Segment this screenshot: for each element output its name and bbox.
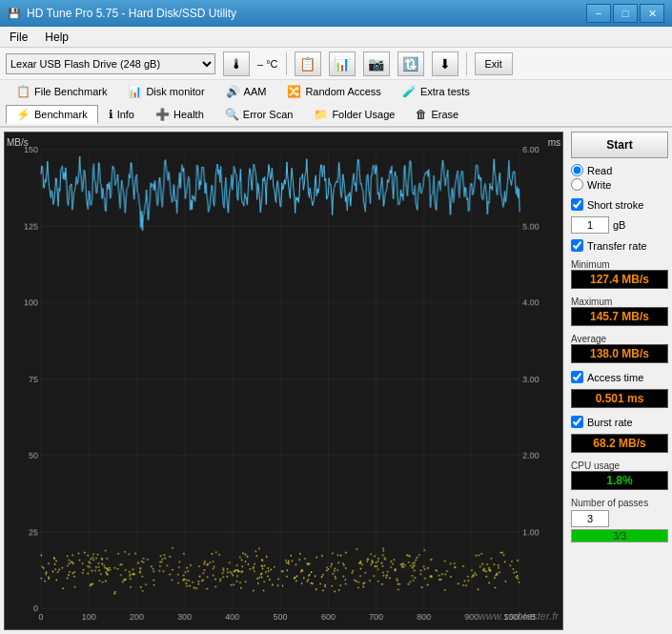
maximum-label: Maximum: [571, 297, 668, 307]
burst-rate-value: 68.2 MB/s: [571, 434, 668, 453]
tab-row-1: 📋 File Benchmark 📊 Disk monitor 🔊 AAM 🔀 …: [0, 80, 672, 103]
access-time-label: Access time: [587, 372, 643, 383]
tab-disk-monitor[interactable]: 📊 Disk monitor: [117, 82, 214, 101]
maximum-value: 145.7 MB/s: [571, 307, 668, 326]
icon-btn-1[interactable]: 📋: [295, 51, 321, 76]
tab-random-access-label: Random Access: [305, 86, 380, 97]
maximum-section: Maximum 145.7 MB/s: [571, 295, 668, 326]
burst-rate-row: Burst rate: [571, 416, 668, 428]
tab-erase[interactable]: 🗑 Erase: [405, 105, 469, 124]
short-stroke-label: Short stroke: [587, 199, 643, 211]
tab-folder-usage[interactable]: 📁 Folder Usage: [303, 105, 405, 124]
minimum-section: Minimum 127.4 MB/s: [571, 257, 668, 289]
tab-aam[interactable]: 🔊 AAM: [215, 82, 277, 101]
tab-extra-tests[interactable]: 🧪 Extra tests: [392, 82, 480, 101]
erase-icon: 🗑: [416, 108, 427, 121]
read-write-group: Read Write: [571, 164, 668, 191]
tabs-container: 📋 File Benchmark 📊 Disk monitor 🔊 AAM 🔀 …: [0, 80, 672, 128]
tab-benchmark[interactable]: ⚡ Benchmark: [6, 105, 98, 124]
tab-error-scan[interactable]: 🔍 Error Scan: [214, 105, 304, 124]
average-value: 138.0 MB/s: [571, 344, 668, 363]
folder-usage-icon: 📁: [314, 108, 328, 121]
watermark: www.ssd-tester.fr: [479, 610, 559, 622]
app-icon: 💾: [8, 8, 21, 20]
passes-progress-text: 3/3: [572, 530, 667, 542]
tab-health[interactable]: ➕ Health: [145, 105, 214, 124]
disk-monitor-icon: 📊: [128, 85, 142, 98]
passes-label: Number of passes: [571, 498, 668, 508]
separator-1: [286, 52, 287, 75]
icon-btn-3[interactable]: 📷: [363, 51, 390, 76]
titlebar-left: 💾 HD Tune Pro 5.75 - Hard Disk/SSD Utili…: [8, 7, 236, 20]
device-select[interactable]: Lexar USB Flash Drive (248 gB): [6, 53, 215, 74]
write-radio[interactable]: [571, 178, 583, 191]
tab-disk-monitor-label: Disk monitor: [146, 86, 204, 97]
icon-btn-5[interactable]: ⬇: [432, 51, 458, 76]
start-button[interactable]: Start: [571, 132, 668, 158]
tab-benchmark-label: Benchmark: [34, 109, 88, 120]
separator-2: [466, 52, 467, 75]
read-label: Read: [587, 165, 612, 176]
passes-input-row: [571, 510, 668, 527]
menubar: File Help: [0, 27, 672, 48]
burst-rate-checkbox[interactable]: [571, 416, 583, 428]
tab-file-benchmark-label: File Benchmark: [34, 86, 107, 97]
close-button[interactable]: ✕: [640, 4, 664, 23]
passes-section: Number of passes 3/3: [571, 496, 668, 542]
extra-tests-icon: 🧪: [402, 85, 417, 98]
benchmark-chart: [5, 133, 562, 629]
titlebar-title: HD Tune Pro 5.75 - Hard Disk/SSD Utility: [27, 7, 236, 20]
tab-info[interactable]: ℹ Info: [98, 105, 145, 124]
write-radio-row: Write: [571, 178, 668, 191]
access-time-row: Access time: [571, 371, 668, 383]
tab-erase-label: Erase: [431, 109, 458, 120]
exit-button[interactable]: Exit: [475, 52, 513, 75]
benchmark-icon: ⚡: [16, 108, 31, 121]
tab-row-2: ⚡ Benchmark ℹ Info ➕ Health 🔍 Error Scan…: [0, 103, 672, 126]
passes-progress-bar: 3/3: [571, 529, 668, 542]
toolbar: Lexar USB Flash Drive (248 gB) 🌡 – °C 📋 …: [0, 48, 672, 80]
file-benchmark-icon: 📋: [16, 85, 31, 98]
read-radio[interactable]: [571, 164, 583, 176]
titlebar-controls: − □ ✕: [586, 4, 664, 23]
passes-input[interactable]: [571, 510, 609, 527]
tab-random-access[interactable]: 🔀 Random Access: [276, 82, 391, 101]
access-time-checkbox[interactable]: [571, 371, 583, 383]
stroke-value-row: gB: [571, 216, 668, 234]
transfer-rate-row: Transfer rate: [571, 239, 668, 252]
cpu-usage-label: CPU usage: [571, 460, 668, 471]
tab-info-label: Info: [117, 109, 134, 120]
transfer-rate-checkbox[interactable]: [571, 239, 583, 252]
maximize-button[interactable]: □: [613, 4, 638, 23]
write-label: Write: [587, 179, 611, 191]
transfer-rate-label: Transfer rate: [587, 240, 647, 252]
access-time-section: 0.501 ms: [571, 389, 668, 408]
short-stroke-row: Short stroke: [571, 198, 668, 211]
burst-rate-label: Burst rate: [587, 417, 633, 428]
tab-aam-label: AAM: [244, 86, 267, 97]
minimize-button[interactable]: −: [586, 4, 611, 23]
short-stroke-checkbox[interactable]: [571, 198, 583, 211]
info-icon: ℹ: [109, 108, 113, 121]
stroke-input[interactable]: [571, 216, 609, 234]
average-section: Average 138.0 MB/s: [571, 332, 668, 363]
tab-health-label: Health: [173, 109, 204, 120]
menu-file[interactable]: File: [6, 29, 31, 46]
average-label: Average: [571, 334, 668, 344]
burst-rate-section: 68.2 MB/s: [571, 434, 668, 453]
icon-btn-4[interactable]: 🔃: [397, 51, 424, 76]
menu-help[interactable]: Help: [41, 29, 72, 46]
cpu-usage-section: CPU usage 1.8%: [571, 459, 668, 490]
minimum-label: Minimum: [571, 259, 668, 270]
temp-value: – °C: [257, 58, 278, 70]
icon-btn-2[interactable]: 📊: [329, 51, 356, 76]
main-area: www.ssd-tester.fr Start Read Write Short…: [0, 128, 672, 634]
chart-container: www.ssd-tester.fr: [4, 132, 563, 630]
tab-file-benchmark[interactable]: 📋 File Benchmark: [6, 82, 117, 101]
temp-icon[interactable]: 🌡: [223, 51, 250, 76]
cpu-usage-value: 1.8%: [571, 471, 668, 490]
right-panel: Start Read Write Short stroke gB Transfe…: [567, 128, 672, 634]
tab-extra-tests-label: Extra tests: [420, 86, 470, 97]
tab-error-scan-label: Error Scan: [243, 109, 294, 120]
access-time-value: 0.501 ms: [571, 389, 668, 408]
